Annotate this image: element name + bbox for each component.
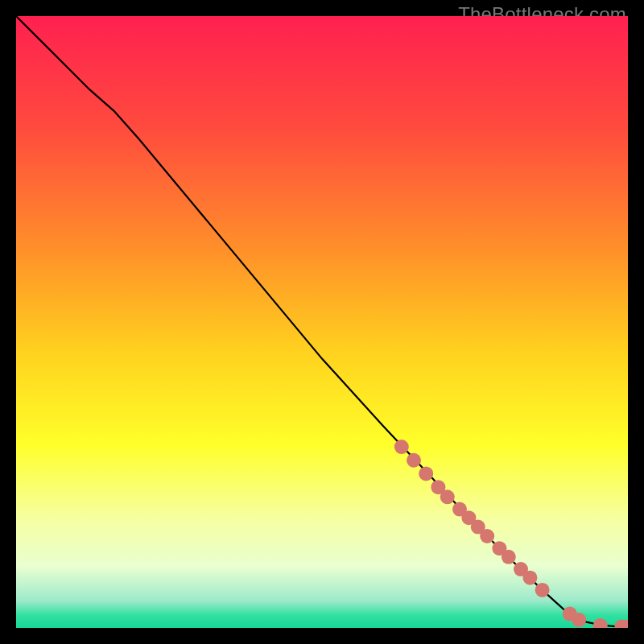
chart-stage: TheBottleneck.com [0, 0, 644, 644]
data-point [535, 583, 550, 597]
data-point [419, 466, 433, 481]
data-point [394, 440, 409, 454]
data-point [480, 529, 494, 543]
chart-plot [16, 16, 628, 628]
data-point [407, 453, 421, 468]
data-point [522, 571, 537, 585]
chart-background [16, 16, 628, 628]
data-point [502, 550, 516, 564]
data-point [440, 489, 455, 504]
data-point [572, 613, 586, 627]
